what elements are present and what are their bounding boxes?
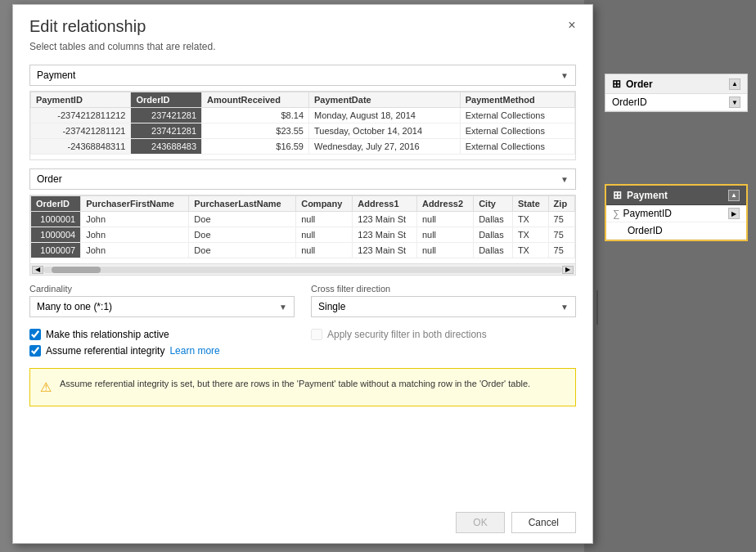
security-filter-checkbox <box>311 329 322 340</box>
cell-orderid-2: 237421281 <box>131 123 202 139</box>
make-active-checkbox[interactable] <box>29 329 41 340</box>
th-paymentid: PaymentID <box>31 92 131 108</box>
sigma-icon: ∑ <box>613 208 620 219</box>
cell-orderid-3: 243688483 <box>131 139 202 155</box>
connector-line <box>596 290 598 325</box>
make-active-label: Make this relationship active <box>46 329 169 340</box>
cell-paymentid-3: -24368848311 <box>31 139 131 155</box>
security-filter-label: Apply security filter in both directions <box>327 329 487 340</box>
order-card-header: ⊞ Order ▲ <box>605 74 747 94</box>
payment-field-orderid: OrderID <box>628 225 663 236</box>
th-paymentdate: PaymentDate <box>309 92 461 108</box>
dialog-subtitle: Select tables and columns that are relat… <box>29 41 576 52</box>
make-active-row: Make this relationship active <box>29 329 295 340</box>
cardinality-dropdown[interactable]: Many to one (*:1) ▼ <box>29 296 295 317</box>
table1-dropdown[interactable]: Payment ▼ <box>29 65 576 86</box>
table2-container: OrderID PurchaserFirstName PurchaserLast… <box>29 195 576 276</box>
cardinality-section: Cardinality Many to one (*:1) ▼ <box>29 284 295 322</box>
payment-scroll-up[interactable]: ▲ <box>728 190 740 201</box>
cell-t2-city-3: Dallas <box>474 243 513 258</box>
cell-t2-fn-1: John <box>81 212 189 227</box>
cell-amount-3: $16.59 <box>202 139 309 155</box>
checkboxes-row: Make this relationship active Assume ref… <box>29 329 576 361</box>
scroll-right-btn[interactable]: ▶ <box>562 266 574 274</box>
table2-dropdown[interactable]: Order ▼ <box>29 168 576 190</box>
assume-integrity-label: Assume referential integrity <box>46 345 164 357</box>
payment-table-card: ⊞ Payment ▲ ∑ PaymentID ▶ OrderID <box>605 184 748 241</box>
cell-t2-addr1-2: 123 Main St <box>353 227 417 243</box>
th-orderid-t2: OrderID <box>31 196 81 212</box>
order-card-title: Order <box>626 79 653 90</box>
th-company: Company <box>296 196 353 212</box>
order-table-card: ⊞ Order ▲ OrderID ▼ <box>605 74 748 112</box>
dialog-body: Payment ▼ PaymentID OrderID AmountReceiv… <box>13 56 592 415</box>
order-scroll-down[interactable]: ▼ <box>729 96 740 108</box>
dialog-header: Edit relationship Select tables and colu… <box>13 5 592 56</box>
payment-card-row-paymentid: ∑ PaymentID ▶ <box>606 205 746 222</box>
cell-t2-state-2: TX <box>512 227 548 243</box>
cell-t2-ln-2: Doe <box>189 227 296 243</box>
cardinality-value: Many to one (*:1) <box>37 301 112 312</box>
cell-t2-city-1: Dallas <box>474 212 513 227</box>
cardinality-label: Cardinality <box>29 284 295 294</box>
cancel-button[interactable]: Cancel <box>511 512 576 533</box>
cell-t2-zip-1: 75 <box>548 212 574 227</box>
payment-scroll-right[interactable]: ▶ <box>728 208 740 219</box>
cell-orderid-1: 237421281 <box>131 108 202 123</box>
warning-text: Assume referential integrity is set, but… <box>60 377 530 391</box>
order-scroll-up[interactable]: ▲ <box>729 79 740 90</box>
th-state: State <box>512 196 548 212</box>
cell-t2-fn-2: John <box>81 227 189 243</box>
table1-dropdown-arrow: ▼ <box>560 71 569 80</box>
dialog-title: Edit relationship <box>29 17 576 36</box>
learn-more-link[interactable]: Learn more <box>169 345 219 357</box>
ok-button[interactable]: OK <box>456 512 504 533</box>
warning-box: ⚠ Assume referential integrity is set, b… <box>29 368 576 406</box>
edit-relationship-dialog: Edit relationship Select tables and colu… <box>12 4 593 544</box>
scroll-left-btn[interactable]: ◀ <box>32 266 43 274</box>
table-row: -237421281121 237421281 $23.55 Tuesday, … <box>31 123 575 139</box>
payment-table-icon: ⊞ <box>613 189 622 201</box>
cell-t2-ln-3: Doe <box>189 243 296 258</box>
table2-scroll-area[interactable]: OrderID PurchaserFirstName PurchaserLast… <box>30 195 575 263</box>
cell-t2-addr2-2: null <box>416 227 473 243</box>
cell-t2-addr2-1: null <box>416 212 473 227</box>
payment-card-row-orderid: OrderID <box>606 222 746 240</box>
security-filter-row: Apply security filter in both directions <box>311 329 576 340</box>
payment-table-header: PaymentID OrderID AmountReceived Payment… <box>31 92 575 108</box>
cell-t2-co-2: null <box>296 227 353 243</box>
table2-dropdown-value: Order <box>37 173 62 185</box>
table-row: -24368848311 243688483 $16.59 Wednesday,… <box>31 139 575 155</box>
cell-t2-orderid-2: 1000004 <box>31 227 81 243</box>
cell-t2-addr2-3: null <box>416 243 473 258</box>
cell-t2-state-1: TX <box>512 212 548 227</box>
cell-t2-state-3: TX <box>512 243 548 258</box>
cell-amount-1: $8.14 <box>202 108 309 123</box>
order-table-header: OrderID PurchaserFirstName PurchaserLast… <box>31 196 575 212</box>
order-card-row-orderid: OrderID ▼ <box>605 94 747 111</box>
assume-integrity-checkbox[interactable] <box>29 345 41 357</box>
cell-t2-zip-2: 75 <box>548 227 574 243</box>
th-address2: Address2 <box>416 196 473 212</box>
cell-date-3: Wednesday, July 27, 2016 <box>309 139 461 155</box>
assume-integrity-row: Assume referential integrity Learn more <box>29 345 295 357</box>
cell-t2-fn-3: John <box>81 243 189 258</box>
table1-dropdown-value: Payment <box>37 70 75 81</box>
th-zip: Zip <box>548 196 574 212</box>
cell-t2-city-2: Dallas <box>474 227 513 243</box>
cell-paymentid-2: -237421281121 <box>31 123 131 139</box>
payment-card-header: ⊞ Payment ▲ <box>606 186 746 205</box>
scrollbar-track[interactable] <box>43 267 562 273</box>
table-grid-icon: ⊞ <box>612 78 621 90</box>
crossfilter-arrow: ▼ <box>560 303 569 312</box>
table2-scrollbar[interactable]: ◀ ▶ <box>30 263 575 275</box>
crossfilter-dropdown[interactable]: Single ▼ <box>311 296 576 317</box>
order-table: OrderID PurchaserFirstName PurchaserLast… <box>30 195 575 258</box>
cell-date-1: Monday, August 18, 2014 <box>309 108 461 123</box>
close-button[interactable]: × <box>564 17 580 34</box>
cell-paymentid-1: -2374212811212 <box>31 108 131 123</box>
scrollbar-thumb <box>52 267 101 273</box>
th-paymentmethod: PaymentMethod <box>460 92 574 108</box>
th-city: City <box>474 196 513 212</box>
cell-t2-co-3: null <box>296 243 353 258</box>
